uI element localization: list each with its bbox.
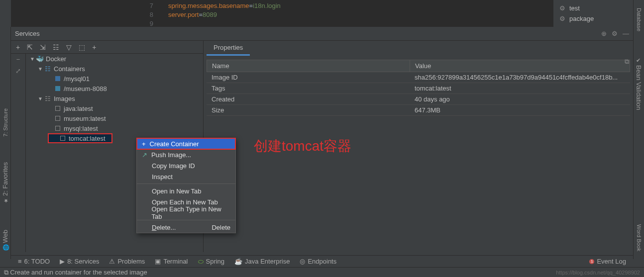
gear-icon: ⚙ (559, 15, 565, 22)
watermark: https://blog.csdn.net/qq_40298902 (556, 270, 640, 276)
bottom-tool-tabs: ≡6: TODO ▶8: Services ⚠Problems ▣Termina… (11, 255, 633, 267)
tab-spring[interactable]: ⬭Spring (198, 258, 225, 266)
settings-icon[interactable]: ⚙ (612, 30, 618, 37)
minus-icon[interactable]: − (16, 56, 20, 63)
images-icon: ☷ (44, 95, 52, 102)
copy-icon[interactable]: ⧉ (625, 58, 629, 66)
table-row: Tagstomcat:latest (207, 83, 630, 94)
container-stopped-icon (54, 86, 62, 91)
notification-dot-icon: 1 (589, 259, 594, 264)
menu-delete[interactable]: Delete...Delete (137, 222, 235, 233)
editor-preview: 7spring.messages.basename=i18n.login 8se… (11, 0, 633, 27)
left-tab-structure[interactable]: 7: Structure (1, 105, 9, 140)
collapse-icon[interactable]: ⇲ (40, 43, 46, 51)
tree-node-images[interactable]: ▼☷Images (26, 93, 203, 103)
status-hint: Create and run container for the selecte… (10, 269, 147, 276)
expand-icon[interactable]: ⤢ (15, 67, 21, 75)
run-config-list: ⚙test ⚙package (553, 0, 633, 27)
plus2-icon[interactable]: + (92, 43, 96, 51)
spring-icon: ⬭ (198, 258, 204, 266)
services-panel-header: Services ⊕ ⚙ — (11, 27, 633, 41)
right-tab-word-book[interactable]: Word Book (635, 221, 643, 254)
warning-icon: ⚠ (109, 258, 115, 265)
tab-problems[interactable]: ⚠Problems (109, 258, 145, 265)
tree-image-tomcat[interactable]: tomcat:latest (48, 133, 112, 143)
group-icon[interactable]: ☷ (53, 43, 59, 51)
status-bar: ⧉ Create and run container for the selec… (0, 267, 644, 277)
tab-event-log[interactable]: 1Event Log (589, 258, 626, 265)
menu-push-image[interactable]: ↗Push Image... (137, 149, 235, 160)
run-config-package[interactable]: ⚙package (553, 13, 633, 24)
minimize-icon[interactable]: — (623, 30, 629, 37)
containers-icon: ☷ (44, 65, 52, 73)
properties-table: Name Value Image IDsha256:927899a3145625… (207, 60, 630, 116)
menu-open-new-tab[interactable]: Open in New Tab (137, 185, 235, 196)
view-icon[interactable]: ⬚ (79, 43, 85, 51)
services-title: Services (15, 30, 596, 37)
right-tab-bean-validation[interactable]: ✔ Bean Validation (634, 54, 644, 113)
image-icon (54, 106, 62, 111)
tab-todo[interactable]: ≡6: TODO (18, 258, 50, 265)
upload-icon: ↗ (142, 151, 147, 159)
run-config-test[interactable]: ⚙test (553, 3, 633, 13)
tree-node-containers[interactable]: ▼☷Containers (26, 64, 203, 74)
tree-image-mysql[interactable]: mysql:latest (26, 123, 203, 133)
tab-java-ee[interactable]: ☕Java Enterprise (234, 258, 290, 265)
column-value: Value (410, 60, 630, 72)
tree-image-java[interactable]: java:latest (26, 103, 203, 113)
menu-open-each-type-tab[interactable]: Open Each Type in New Tab (137, 207, 235, 218)
context-menu: +Create Container ↗Push Image... Copy Im… (136, 138, 236, 233)
table-row: Image IDsha256:927899a31456255c1e1a73b97… (207, 72, 630, 83)
menu-inspect[interactable]: Inspect (137, 171, 235, 182)
tab-endpoints[interactable]: ◎Endpoints (300, 258, 336, 265)
tree-node-docker[interactable]: ▼🐳Docker (26, 54, 203, 64)
filter-icon[interactable]: ▽ (66, 43, 72, 51)
services-side-toolbar: − ⤢ (11, 54, 26, 252)
tree-image-museum[interactable]: museum:latest (26, 113, 203, 123)
menu-copy-image-id[interactable]: Copy Image ID (137, 160, 235, 171)
status-icon: ⧉ (4, 269, 8, 277)
java-icon: ☕ (234, 258, 242, 265)
add-icon[interactable]: + (16, 43, 20, 51)
table-row: Size647.3MB (207, 105, 630, 116)
docker-icon: 🐳 (36, 55, 44, 63)
container-running-icon (54, 76, 62, 81)
image-icon (54, 116, 62, 121)
left-tool-rail: 7: Structure ★ 2: Favorites 🌐 Web (0, 27, 11, 259)
play-icon: ▶ (60, 258, 65, 265)
right-tab-database[interactable]: Database (635, 5, 643, 34)
properties-tab[interactable]: Properties (207, 41, 250, 56)
plus-icon: + (142, 140, 146, 148)
right-tool-rail: Database ✔ Bean Validation Word Book (633, 0, 644, 259)
menu-separator (137, 184, 235, 184)
left-tab-web[interactable]: 🌐 Web (0, 227, 10, 254)
image-icon (54, 126, 62, 131)
tree-container-museum[interactable]: /museum-8088 (26, 84, 203, 93)
menu-create-container[interactable]: +Create Container (137, 138, 235, 149)
left-tab-favorites[interactable]: ★ 2: Favorites (0, 159, 10, 207)
column-name: Name (207, 60, 410, 72)
gear-icon: ⚙ (559, 4, 565, 12)
target-icon[interactable]: ⊕ (601, 30, 607, 37)
annotation-text: 创建tomcat容器 (254, 137, 351, 156)
table-row: Created40 days ago (207, 94, 630, 105)
terminal-icon: ▣ (155, 258, 161, 265)
endpoints-icon: ◎ (300, 258, 305, 265)
expand-icon[interactable]: ⇱ (27, 43, 33, 51)
tab-services[interactable]: ▶8: Services (60, 258, 99, 265)
tab-terminal[interactable]: ▣Terminal (155, 258, 188, 265)
list-icon: ≡ (18, 258, 22, 265)
tree-container-mysql01[interactable]: /mysql01 (26, 74, 203, 84)
image-icon (59, 136, 67, 141)
